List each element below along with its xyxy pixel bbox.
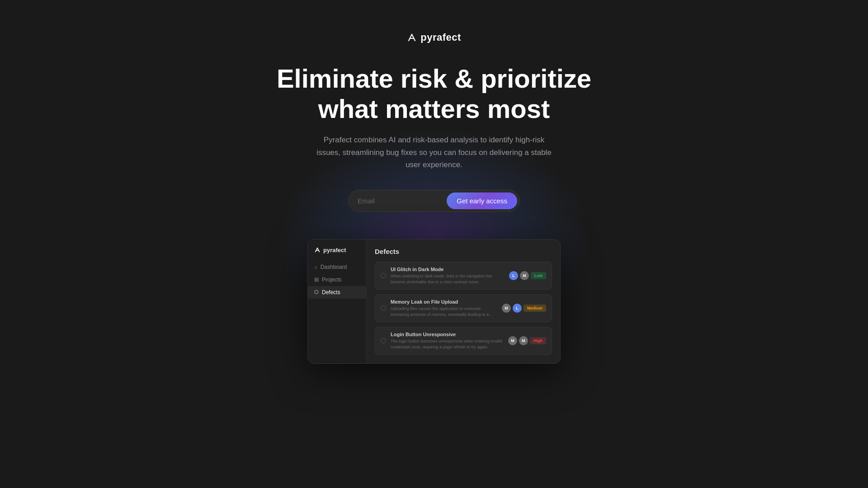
logo-icon <box>407 33 417 42</box>
defect-card[interactable]: UI Glitch in Dark Mode When switching to… <box>375 262 552 290</box>
app-preview: pyrafect ⌂ Dashboard ▤ Projects ⬡ Defect… <box>307 239 561 364</box>
dashboard-icon: ⌂ <box>314 264 317 270</box>
projects-icon: ▤ <box>314 277 319 282</box>
defect-radio[interactable] <box>381 338 386 343</box>
logo-container: pyrafect <box>407 32 461 43</box>
logo-text: pyrafect <box>420 32 461 43</box>
avatar-badge: L <box>509 271 518 280</box>
defect-info: Memory Leak on File Upload Uploading fil… <box>391 299 497 317</box>
defects-icon: ⬡ <box>314 289 319 295</box>
defect-badges: MM High <box>508 336 546 345</box>
defect-list: UI Glitch in Dark Mode When switching to… <box>375 262 552 355</box>
email-input[interactable] <box>358 197 443 205</box>
defect-radio[interactable] <box>381 305 386 311</box>
sidebar-item-projects[interactable]: ▤ Projects <box>308 273 366 286</box>
avatar-badge: M <box>520 271 529 280</box>
defect-desc: The login button becomes unresponsive wh… <box>391 338 504 350</box>
sidebar-logo-text: pyrafect <box>323 247 346 253</box>
avatar-badge: M <box>508 336 517 345</box>
defect-info: UI Glitch in Dark Mode When switching to… <box>391 267 505 285</box>
sidebar-logo-icon <box>314 247 321 253</box>
defect-badges: ML Medium <box>502 304 546 313</box>
severity-badge: Medium <box>524 305 546 312</box>
sidebar-item-label: Dashboard <box>321 264 347 270</box>
avatar-badge: M <box>519 336 528 345</box>
sidebar-nav: ⌂ Dashboard ▤ Projects ⬡ Defects <box>308 261 366 299</box>
hero-subtext: Pyrafect combines AI and risk-based anal… <box>316 134 552 171</box>
severity-badge: Low <box>531 272 546 279</box>
preview-sidebar: pyrafect ⌂ Dashboard ▤ Projects ⬡ Defect… <box>308 239 367 363</box>
defect-name: UI Glitch in Dark Mode <box>391 267 505 272</box>
page-content: pyrafect Eliminate risk & prioritize wha… <box>0 0 868 364</box>
severity-badge: High <box>530 337 546 344</box>
sidebar-item-label: Defects <box>322 289 340 296</box>
defect-name: Login Button Unresponsive <box>391 332 504 337</box>
sidebar-item-defects[interactable]: ⬡ Defects <box>308 286 366 299</box>
defect-info: Login Button Unresponsive The login butt… <box>391 332 504 350</box>
defects-title: Defects <box>375 248 552 255</box>
sidebar-logo: pyrafect <box>308 247 366 261</box>
defect-radio[interactable] <box>381 273 386 278</box>
sidebar-item-label: Projects <box>322 277 341 283</box>
preview-main: Defects UI Glitch in Dark Mode When swit… <box>367 239 560 363</box>
sidebar-item-dashboard[interactable]: ⌂ Dashboard <box>308 261 366 273</box>
email-form: Get early access <box>348 190 520 212</box>
defect-desc: When switching to dark mode, links in th… <box>391 273 505 285</box>
defect-name: Memory Leak on File Upload <box>391 299 497 305</box>
defect-badges: LM Low <box>509 271 546 280</box>
defect-card[interactable]: Login Button Unresponsive The login butt… <box>375 327 552 355</box>
defect-desc: Uploading files causes the application t… <box>391 306 497 317</box>
defect-card[interactable]: Memory Leak on File Upload Uploading fil… <box>375 294 552 322</box>
hero-heading: Eliminate risk & prioritize what matters… <box>277 64 591 124</box>
get-early-access-button[interactable]: Get early access <box>447 192 517 209</box>
avatar-badge: L <box>513 304 522 313</box>
avatar-badge: M <box>502 304 511 313</box>
